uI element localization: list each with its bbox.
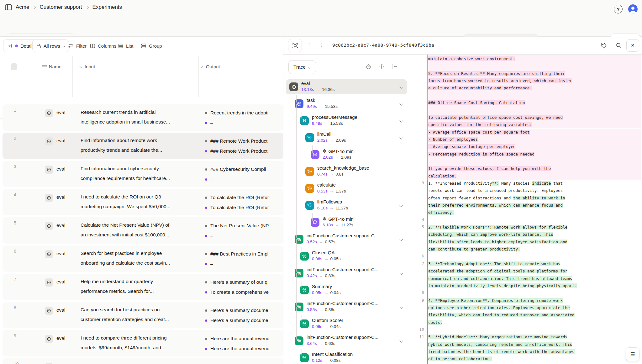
focus-trace-button[interactable] (288, 39, 302, 52)
row-input-line1: I need to calculate the ROI on our Q3 (81, 194, 161, 200)
list-icon (118, 43, 124, 49)
eval-type-icon (45, 278, 53, 287)
list-button[interactable]: List (118, 40, 133, 52)
table-row[interactable]: 9 eval I need to compare three different… (3, 330, 283, 356)
row-number: 3 (14, 164, 16, 169)
next-row-button[interactable]: ↓ (320, 41, 324, 48)
close-panel-button[interactable]: ✕ (626, 39, 639, 52)
chevron-down-icon[interactable] (399, 271, 403, 275)
prev-row-button[interactable]: ↑ (308, 41, 312, 48)
table-row[interactable]: 1 eval Research current trends in artifi… (3, 104, 283, 131)
row-output-line2: To calculate the ROI (Retur (205, 205, 269, 210)
chevron-down-icon[interactable] (399, 136, 403, 139)
trace-span-row[interactable]: % initFunction-Customer support-C... 0.4… (286, 266, 407, 281)
table-row[interactable]: 8 eval Can you search for best practices… (3, 302, 283, 328)
diff-added-line: accelerated the adoption of digital tool… (428, 267, 641, 275)
avatar[interactable] (628, 4, 638, 14)
eval-type-icon (45, 222, 53, 230)
row-output-line1: Here's a summary of our q (205, 279, 267, 285)
column-header-name[interactable]: Name (42, 64, 61, 69)
trace-span-row[interactable]: () llmCall 2.02s→2.09s (286, 130, 407, 145)
tag-icon[interactable] (601, 42, 607, 49)
row-output-line2: Here are the annual revenu (205, 346, 270, 351)
span-label: ✻GPT-4o mini (323, 216, 355, 222)
trace-span-row[interactable]: eval 13.13s→16.36s (286, 79, 407, 94)
chevron-down-icon[interactable] (399, 119, 403, 122)
filter-button[interactable]: Filter (68, 40, 87, 52)
row-output-line1: To calculate the ROI (Retur (205, 195, 269, 200)
table-row[interactable]: 7 eval Help me understand our quarterly … (3, 274, 283, 300)
row-number: 2 (14, 136, 16, 141)
diff-removed-line: - Number of employees (428, 136, 641, 143)
row-input-line2: compliance requirements for healthcare..… (81, 176, 170, 181)
collapse-vertical-icon[interactable] (379, 63, 385, 70)
trace-span-row[interactable]: % initFunction-Customer support-C... 0.5… (286, 299, 407, 314)
span-label: eval (301, 81, 310, 86)
row-number: 5 (14, 220, 16, 225)
columns-icon (90, 43, 95, 49)
floating-menu-button[interactable]: ☰ (626, 347, 639, 361)
chevron-down-icon (308, 66, 312, 69)
column-header-output[interactable]: ↗ Output (200, 64, 220, 69)
table-row[interactable]: 4 eval I need to calculate the ROI on ou… (3, 189, 283, 215)
rows-filter-button[interactable]: All rows (32, 40, 69, 52)
row-input-line1: Find information about remote work (81, 138, 157, 143)
diff-added-line (428, 216, 641, 224)
chevron-down-icon[interactable] (399, 339, 403, 342)
row-name: eval (56, 335, 65, 341)
chevron-down-icon[interactable] (399, 305, 403, 309)
row-output-line1: Here are the annual revenu (205, 336, 270, 341)
table-row[interactable]: 10 eval Research industry standards for … (3, 358, 283, 364)
span-label: initFunction-Customer support-C... (307, 335, 378, 340)
breadcrumb-org[interactable]: Acme (16, 4, 29, 10)
arrow-out-icon: ↗ (200, 64, 204, 69)
diff-removed-line: specific values for the following variab… (428, 121, 641, 128)
trace-span-row[interactable]: () llmFollowup 6.18s→11.27s (286, 198, 407, 213)
breadcrumb-section[interactable]: Experiments (92, 4, 122, 10)
lock-icon (36, 43, 41, 49)
trace-span-row[interactable]: ✻GPT-4o mini 2.02s→2.09s (286, 147, 407, 162)
tree-connector (296, 239, 300, 273)
trace-span-row[interactable]: % initFunction-Customer support-C... 0.5… (286, 232, 407, 247)
search-icon[interactable] (616, 42, 622, 49)
arrow-in-icon: ↘ (79, 64, 82, 69)
trace-view-selector[interactable]: Trace (288, 60, 316, 74)
collapse-left-icon[interactable] (392, 63, 398, 70)
row-output-line2: – (205, 233, 213, 239)
chevron-down-icon[interactable] (399, 102, 403, 105)
help-button[interactable]: ? (614, 5, 623, 13)
span-label: ✻GPT-4o mini (323, 148, 355, 154)
span-durations: 0.12s→0.08s (312, 358, 341, 363)
select-all-checkbox[interactable] (11, 63, 17, 70)
chevron-down-icon[interactable] (399, 237, 403, 241)
trace-span-row[interactable]: % initFunction-Customer support-C... 3.6… (286, 333, 407, 348)
column-header-input[interactable]: ↘ Input (79, 64, 95, 69)
sidebar-toggle-icon[interactable] (5, 4, 12, 10)
span-durations: 9.49s→15.53s (307, 104, 338, 109)
tree-connector (307, 129, 310, 138)
trace-span-row[interactable]: calculate 0.53s→1.37s (286, 181, 407, 196)
trace-span-row[interactable]: task 9.49s→15.53s (286, 96, 407, 111)
span-durations: 0.53s→1.37s (317, 189, 346, 193)
table-row[interactable]: 3 eval Find information about cybersecur… (3, 161, 283, 187)
rows-filter-label: All rows (44, 43, 60, 49)
chevron-down-icon[interactable] (399, 85, 403, 88)
trace-span-row[interactable]: ✻GPT-4o mini 6.18s→11.27s (286, 215, 407, 230)
tree-connector (296, 95, 300, 104)
columns-button[interactable]: Columns (90, 40, 116, 52)
row-number: 1 (14, 108, 16, 113)
table-row[interactable]: 2 eval Find information about remote wor… (3, 133, 283, 159)
eval-type-icon (45, 194, 53, 202)
diff-line-number: 6 (412, 254, 424, 258)
table-row[interactable]: 6 eval Search for best practices in empl… (3, 245, 283, 272)
table-row[interactable]: 5 eval Calculate the Net Present Value (… (3, 217, 283, 244)
diff-added-line: 4. **Employee Retention**: Companies off… (428, 297, 641, 304)
tree-connector (296, 307, 300, 341)
group-button[interactable]: Group (141, 40, 162, 52)
timing-icon[interactable] (366, 63, 371, 70)
trace-span-row[interactable]: search_knowledge_base 0.74s→0.8s (286, 164, 407, 179)
breadcrumb-project[interactable]: Customer support (39, 4, 82, 10)
tree-connector (302, 112, 305, 121)
chevron-down-icon[interactable] (399, 203, 403, 207)
openai-logo-icon: ✻ (323, 148, 327, 154)
